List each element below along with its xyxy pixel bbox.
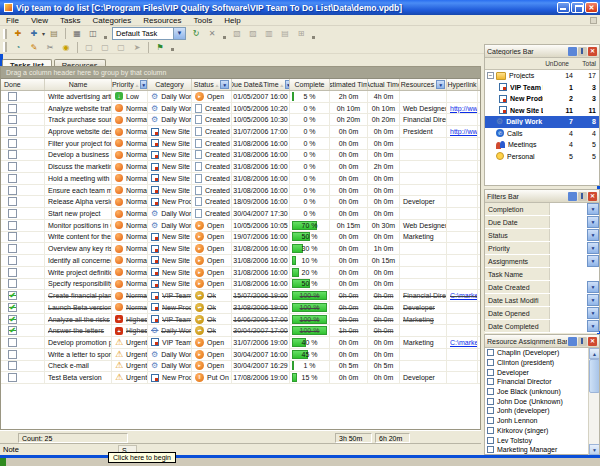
column-header-category[interactable]: Category — [148, 79, 192, 90]
column-header-priority[interactable]: Priority▵▼ — [112, 79, 148, 90]
done-checkbox[interactable]: ✔ — [8, 315, 17, 324]
done-checkbox[interactable] — [8, 92, 17, 101]
table-row[interactable]: Start new projectNormal⚙Daily WorkCreate… — [1, 208, 480, 220]
table-row[interactable]: Write content for the websiteNormalNew S… — [1, 232, 480, 244]
chevron-down-icon[interactable]: ▼ — [587, 216, 599, 228]
chevron-down-icon[interactable]: ▼ — [587, 281, 599, 293]
assign-icon[interactable]: ✂ — [43, 41, 57, 54]
chevron-down-icon[interactable]: ▼ — [587, 255, 599, 267]
resource-checkbox[interactable] — [487, 437, 494, 444]
restore-button[interactable] — [571, 2, 584, 13]
category-item-daily-work[interactable]: ⚙Daily Work78 — [485, 116, 599, 128]
print-preview-icon[interactable]: ◫ — [86, 27, 100, 40]
resource-item[interactable]: Joe Black (unknoun) — [485, 387, 599, 397]
table-row[interactable]: Write a letter to sponsor⚠Urgent⚙Daily W… — [1, 349, 480, 361]
menu-overflow-icon[interactable] — [590, 17, 597, 24]
filter-icon[interactable]: ▼ — [436, 80, 445, 89]
table-row[interactable]: Test Beta version⚠UrgentNew Product L‖Pu… — [1, 372, 480, 384]
close-button[interactable]: ✕ — [585, 2, 598, 13]
table-row[interactable]: Develop promotion plan⚠UrgentVIP Team Pr… — [1, 337, 480, 349]
filter-icon[interactable]: ▼ — [220, 80, 229, 89]
column-header-actual-time[interactable]: Actual Time — [368, 79, 400, 90]
chevron-down-icon[interactable]: ▼ — [587, 229, 599, 241]
category-item-vip-team-pr[interactable]: VIP Team Pr13 — [485, 82, 599, 94]
done-checkbox[interactable] — [8, 244, 17, 253]
done-checkbox[interactable] — [8, 209, 17, 218]
done-checkbox[interactable] — [8, 279, 17, 288]
task-hyperlink[interactable]: http://www.vip-q — [450, 105, 478, 112]
print-icon[interactable]: ▦ — [70, 27, 84, 40]
table-row[interactable]: Overview any key risks avoiding detailsN… — [1, 243, 480, 255]
done-checkbox[interactable] — [8, 197, 17, 206]
task-hyperlink[interactable]: C:\marketing\plan — [450, 292, 478, 299]
tree-expander-icon[interactable]: − — [487, 72, 494, 79]
scroll-down-icon[interactable]: ▼ — [589, 444, 599, 455]
done-checkbox[interactable] — [8, 150, 17, 159]
table-row[interactable]: Hold a meeting with all concernedNormalN… — [1, 173, 480, 185]
table-row[interactable]: Analyze website trafficNormal⚙Daily Work… — [1, 103, 480, 115]
column-header-resources[interactable]: Resources▼ — [400, 79, 447, 90]
menu-item-tasks[interactable]: Tasks — [54, 16, 86, 25]
table-row[interactable]: Discuss the marketing planNormalNew Site… — [1, 161, 480, 173]
done-checkbox[interactable]: ✔ — [8, 326, 17, 335]
column-header-name[interactable]: Name — [45, 79, 112, 90]
toolbar-grip[interactable] — [3, 29, 7, 39]
task-hyperlink[interactable]: C:\marketing\plan — [450, 339, 478, 346]
menu-item-view[interactable]: View — [25, 16, 54, 25]
resource-checkbox[interactable] — [487, 398, 494, 405]
resource-checkbox[interactable] — [487, 369, 494, 376]
pin-icon[interactable] — [578, 192, 587, 201]
resource-item[interactable]: Jonh Lennon — [485, 416, 599, 426]
dock-icon[interactable] — [568, 47, 577, 56]
done-checkbox[interactable] — [8, 256, 17, 265]
category-item-new-product[interactable]: New Product23 — [485, 93, 599, 105]
resource-checkbox[interactable] — [487, 359, 494, 366]
done-checkbox[interactable] — [8, 338, 17, 347]
menu-item-file[interactable]: File — [0, 16, 25, 25]
done-checkbox[interactable] — [8, 162, 17, 171]
filter-value[interactable] — [549, 268, 599, 280]
resource-checkbox[interactable] — [487, 407, 494, 414]
resource-checkbox[interactable] — [487, 378, 494, 385]
chevron-down-icon[interactable]: ▼ — [587, 294, 599, 306]
filter-value[interactable] — [549, 242, 587, 254]
toolbar-grip[interactable] — [3, 42, 7, 52]
resource-checkbox[interactable] — [487, 388, 494, 395]
category-item-meetings[interactable]: Meetings45 — [485, 139, 599, 151]
table-row[interactable]: Write project definition statementNormal… — [1, 267, 480, 279]
close-bar-icon[interactable]: ✕ — [588, 192, 597, 201]
delete-task-icon[interactable]: ✕ — [205, 27, 219, 40]
table-row[interactable]: Identify all concerned in the projectNor… — [1, 255, 480, 267]
task-hyperlink[interactable]: http://www.todol — [450, 128, 478, 135]
chevron-down-icon[interactable]: ▾ — [42, 30, 45, 37]
resource-checkbox[interactable] — [487, 446, 494, 453]
done-checkbox[interactable] — [8, 104, 17, 113]
paste-icon[interactable]: ▤ — [47, 27, 61, 40]
resource-item[interactable]: Marketing Manager — [485, 445, 599, 455]
filter-value[interactable] — [549, 203, 587, 215]
scroll-thumb[interactable] — [589, 359, 599, 393]
column-header-estimated-time[interactable]: Estimated Time — [330, 79, 368, 90]
resource-scrollbar[interactable]: ▲ ▼ — [588, 348, 599, 455]
done-checkbox[interactable] — [8, 221, 17, 230]
category-item-new-site-la[interactable]: New Site La1111 — [485, 105, 599, 117]
filter-value[interactable] — [549, 307, 587, 319]
chevron-down-icon[interactable]: ▼ — [587, 242, 599, 254]
resource-item[interactable]: Clinton (president) — [485, 358, 599, 368]
resource-item[interactable]: Jonh (developer) — [485, 406, 599, 416]
chevron-down-icon[interactable]: ▼ — [587, 320, 599, 332]
column-header-hyperlink[interactable]: Hyperlink — [447, 79, 478, 90]
filter-value[interactable] — [549, 294, 587, 306]
column-header-complete[interactable]: Complete — [290, 79, 330, 90]
done-checkbox[interactable] — [8, 350, 17, 359]
filter-value[interactable] — [549, 229, 587, 241]
table-row[interactable]: Track purchase source placeNormal⚙Daily … — [1, 114, 480, 126]
chevron-down-icon[interactable]: ▼ — [587, 203, 599, 215]
table-row[interactable]: Approve website designNormalNew Site Lau… — [1, 126, 480, 138]
toolbar-overflow-icon[interactable] — [104, 36, 107, 39]
table-row[interactable]: ✔Create financial planNormalVIP Team Pro… — [1, 290, 480, 302]
menu-item-tools[interactable]: Tools — [187, 16, 218, 25]
resource-checkbox[interactable] — [487, 349, 494, 356]
resource-checkbox[interactable] — [487, 417, 494, 424]
filter-value[interactable] — [549, 320, 587, 332]
